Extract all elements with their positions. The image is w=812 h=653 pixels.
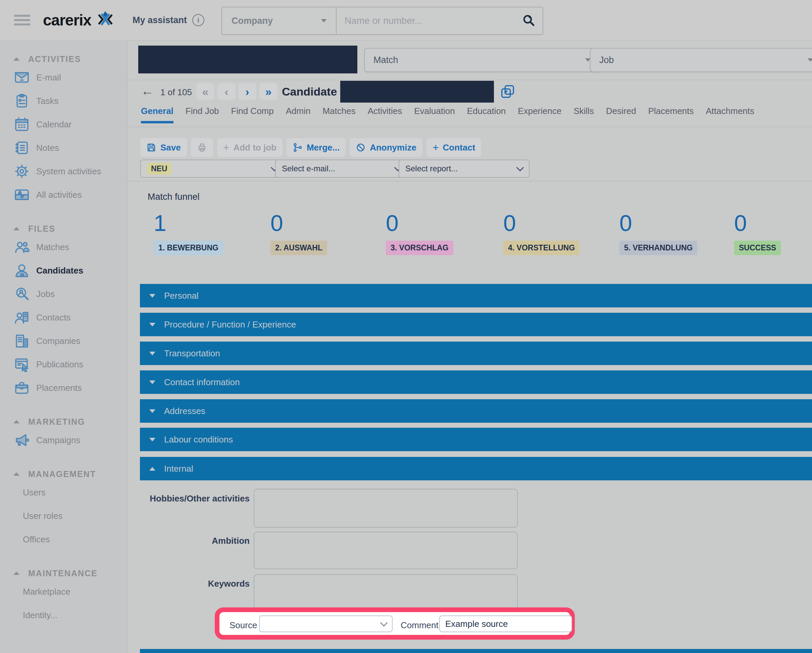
tab-desired[interactable]: Desired [606,106,636,123]
sidebar-item-publications[interactable]: Publications [0,353,127,376]
funnel-stage-badge: 1. BEWERBUNG [154,240,223,255]
tab-attachments[interactable]: Attachments [706,106,755,123]
sidebar-item-tasks[interactable]: Tasks [0,89,127,113]
section-label: FILES [28,224,55,234]
section-contact-information[interactable]: Contact information [140,370,812,394]
section-personal[interactable]: Personal [140,284,812,307]
sidebar-header-marketing[interactable]: MARKETING [0,415,127,428]
sidebar-item-system-activities[interactable]: System activities [0,160,127,183]
sidebar-item-notes[interactable]: Notes [0,136,127,160]
merge-icon [293,143,303,152]
tab-activities[interactable]: Activities [368,106,402,123]
merge-button-label: Merge... [307,143,340,153]
sidebar-header-activities[interactable]: ACTIVITIES [0,52,127,66]
search-icon[interactable] [522,14,535,28]
add-contact-button[interactable]: + Contact [426,138,481,157]
last-record-button[interactable]: » [259,83,278,100]
print-button[interactable] [191,138,213,157]
section-procedure[interactable]: Procedure / Function / Experience [140,313,812,336]
back-arrow-icon[interactable]: ← [141,84,154,97]
sidebar-item-identity-clipped[interactable]: Identity... [0,603,127,627]
section-bar-label: Procedure / Function / Experience [164,320,296,330]
save-button[interactable]: Save [140,138,187,157]
funnel-count: 0 [503,210,516,236]
chevron-down-icon [149,352,155,355]
sidebar-header-management[interactable]: MANAGEMENT [0,467,127,481]
sidebar-item-label: System activities [36,166,101,177]
sidebar-item-calendar[interactable]: Calendar [0,113,127,136]
comment-input[interactable] [439,615,572,632]
sidebar-item-user-roles[interactable]: User roles [0,504,127,528]
report-select[interactable]: Select report... [398,160,530,178]
first-record-button[interactable]: « [196,83,214,100]
sidebar-item-email[interactable]: E-mail [0,66,127,89]
sidebar-item-matches[interactable]: Matches [0,235,127,259]
sidebar-header-files[interactable]: FILES [0,222,127,235]
section-transportation[interactable]: Transportation [140,342,812,365]
add-to-job-button[interactable]: + Add to job [217,138,282,157]
search-input[interactable] [344,15,517,26]
plus-icon: + [223,142,229,153]
sidebar-item-contacts[interactable]: Contacts [0,306,127,329]
match-select[interactable]: Match [364,48,600,72]
info-icon[interactable]: i [192,14,205,26]
tab-experience[interactable]: Experience [518,106,561,123]
sidebar-section-activities: ACTIVITIES E-mail Tasks Calendar Notes [0,52,127,207]
hamburger-menu-icon[interactable] [14,15,31,26]
tab-find-comp[interactable]: Find Comp [231,106,274,123]
contact-card-icon [14,309,30,326]
sidebar-section-files: FILES Matches Candidates Jobs Contacts [0,222,127,400]
section-label: MAINTENANCE [28,569,98,578]
hobbies-textarea[interactable] [254,489,518,528]
global-search: Company [221,7,543,35]
sidebar-item-candidates[interactable]: Candidates [0,259,127,282]
ambition-textarea[interactable] [254,532,518,569]
sidebar-item-all-activities[interactable]: All activities [0,183,127,207]
search-scope-value: Company [232,16,273,26]
funnel-stage-badge: 4. VORSTELLUNG [503,240,580,255]
anonymize-button-label: Anonymize [370,143,417,153]
status-select[interactable]: NEU [140,160,284,178]
sidebar-item-offices[interactable]: Offices [0,528,127,551]
section-bar-label: Transportation [164,348,220,359]
sidebar-item-jobs[interactable]: Jobs [0,282,127,306]
search-scope-select[interactable]: Company [222,8,337,34]
anonymize-button[interactable]: Anonymize [350,138,423,157]
sidebar-item-label: Marketplace [23,587,70,597]
email-template-select[interactable]: Select e-mail... [275,160,408,178]
tab-evaluation[interactable]: Evaluation [414,106,455,123]
my-assistant[interactable]: My assistant i [133,14,205,26]
job-select[interactable]: Job [590,48,812,72]
next-record-button[interactable]: › [238,83,256,100]
section-addresses[interactable]: Addresses [140,399,812,423]
sidebar-header-maintenance[interactable]: MAINTENANCE [0,566,127,580]
tab-matches[interactable]: Matches [322,106,355,123]
tab-admin[interactable]: Admin [286,106,311,123]
tab-skills[interactable]: Skills [574,106,594,123]
sidebar-item-companies[interactable]: Companies [0,329,127,353]
tab-placements[interactable]: Placements [648,106,694,123]
source-select[interactable] [259,615,392,632]
add-contact-label: Contact [443,143,475,153]
sidebar-item-marketplace[interactable]: Marketplace [0,580,127,603]
brand-logo[interactable]: carerix [43,10,115,30]
tab-find-job[interactable]: Find Job [186,106,219,123]
tab-education[interactable]: Education [467,106,506,123]
sidebar-item-placements[interactable]: Placements [0,376,127,400]
tab-general[interactable]: General [141,106,174,123]
carerix-x-icon [96,10,115,30]
sidebar-item-campaigns[interactable]: Campaigns [0,428,127,452]
copy-link-icon[interactable] [500,84,515,100]
save-icon [146,143,156,152]
divider [127,127,812,127]
section-internal[interactable]: Internal [140,457,812,480]
add-to-job-label: Add to job [233,143,276,153]
sidebar-item-users[interactable]: Users [0,481,127,504]
section-labour-conditions[interactable]: Labour conditions [140,428,812,451]
source-label: Source [229,620,257,630]
previous-record-button[interactable]: ‹ [217,83,235,100]
section-label: MARKETING [28,417,85,427]
sidebar-item-label: Companies [36,336,81,346]
next-section-bar-clipped [140,649,812,653]
merge-button[interactable]: Merge... [287,138,346,157]
